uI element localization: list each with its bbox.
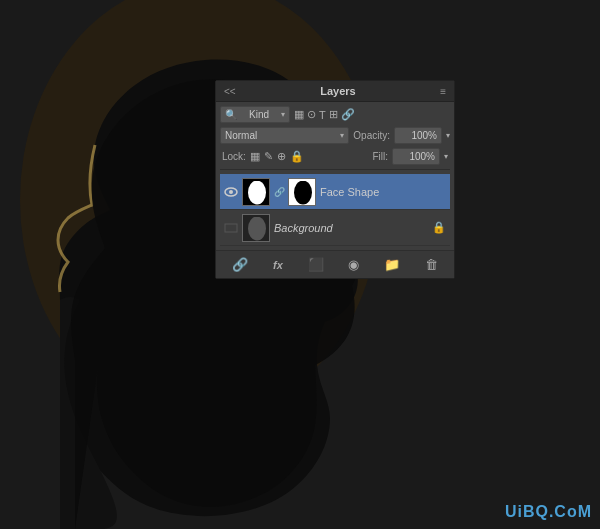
panel-menu-icon[interactable]: ≡	[440, 86, 446, 97]
layer-thumbnail-face-shape	[242, 178, 270, 206]
smart-filter-icon[interactable]: 🔗	[341, 108, 355, 121]
adjustment-filter-icon[interactable]: ⊙	[307, 108, 316, 121]
fill-input[interactable]: 100%	[392, 148, 440, 165]
layer-item-background[interactable]: Background 🔒	[220, 210, 450, 246]
watermark: UiBQ.CoM	[505, 503, 592, 521]
layers-panel: << Layers ≡ 🔍 Kind ▾ ▦ ⊙ T ⊞ 🔗	[215, 80, 455, 279]
lock-checkerboard-icon[interactable]: ▦	[250, 150, 260, 163]
svg-rect-4	[225, 224, 237, 232]
layer-link-face-shape[interactable]: 🔗	[274, 187, 284, 197]
blend-mode-arrow: ▾	[340, 131, 344, 140]
search-icon: 🔍	[225, 109, 237, 120]
layer-visibility-eye-background[interactable]	[224, 221, 238, 235]
lock-fill-row: Lock: ▦ ✎ ⊕ 🔒 Fill: 100% ▾	[220, 148, 450, 170]
canvas-area: << Layers ≡ 🔍 Kind ▾ ▦ ⊙ T ⊞ 🔗	[0, 0, 600, 529]
opacity-row: Opacity: 100% ▾	[353, 127, 450, 144]
layer-visibility-eye-face-shape[interactable]	[224, 185, 238, 199]
layers-list: 🔗 Face Shape	[220, 174, 450, 246]
new-fill-icon[interactable]: ◉	[344, 255, 363, 274]
lock-move-icon[interactable]: ⊕	[277, 150, 286, 163]
watermark-text: UiBQ.CoM	[505, 503, 592, 520]
new-group-icon[interactable]: 📁	[380, 255, 404, 274]
kind-row: 🔍 Kind ▾ ▦ ⊙ T ⊞ 🔗	[220, 106, 450, 123]
lock-all-icon[interactable]: 🔒	[290, 150, 304, 163]
kind-dropdown[interactable]: 🔍 Kind ▾	[220, 106, 290, 123]
kind-label: Kind	[249, 109, 269, 120]
panel-body: 🔍 Kind ▾ ▦ ⊙ T ⊞ 🔗 Normal ▾	[216, 102, 454, 250]
layer-name-face-shape: Face Shape	[320, 186, 446, 198]
layer-effects-icon[interactable]: fx	[269, 257, 287, 273]
panel-footer: 🔗 fx ⬛ ◉ 📁 🗑	[216, 250, 454, 278]
layer-lock-background-icon: 🔒	[432, 221, 446, 234]
layer-mask-face-shape	[288, 178, 316, 206]
layer-name-background: Background	[274, 222, 428, 234]
blend-mode-value: Normal	[225, 130, 257, 141]
opacity-label: Opacity:	[353, 130, 390, 141]
lock-brush-icon[interactable]: ✎	[264, 150, 273, 163]
delete-layer-icon[interactable]: 🗑	[421, 255, 442, 274]
panel-collapse-icon[interactable]: <<	[224, 86, 236, 97]
fill-label: Fill:	[372, 151, 388, 162]
pixel-filter-icon[interactable]: ▦	[294, 108, 304, 121]
kind-icons: ▦ ⊙ T ⊞ 🔗	[294, 108, 355, 121]
shape-filter-icon[interactable]: ⊞	[329, 108, 338, 121]
blend-opacity-row: Normal ▾ Opacity: 100% ▾	[220, 127, 450, 144]
type-filter-icon[interactable]: T	[319, 109, 326, 121]
kind-dropdown-arrow: ▾	[281, 110, 285, 119]
layer-thumbnail-background	[242, 214, 270, 242]
panel-title: Layers	[320, 85, 355, 97]
opacity-input[interactable]: 100%	[394, 127, 442, 144]
link-layers-icon[interactable]: 🔗	[228, 255, 252, 274]
add-mask-icon[interactable]: ⬛	[304, 255, 328, 274]
layer-item-face-shape[interactable]: 🔗 Face Shape	[220, 174, 450, 210]
blend-mode-dropdown[interactable]: Normal ▾	[220, 127, 349, 144]
lock-label: Lock:	[222, 151, 246, 162]
fill-arrow: ▾	[444, 152, 448, 161]
svg-point-3	[229, 190, 233, 194]
panel-header: << Layers ≡	[216, 81, 454, 102]
opacity-arrow: ▾	[446, 131, 450, 140]
